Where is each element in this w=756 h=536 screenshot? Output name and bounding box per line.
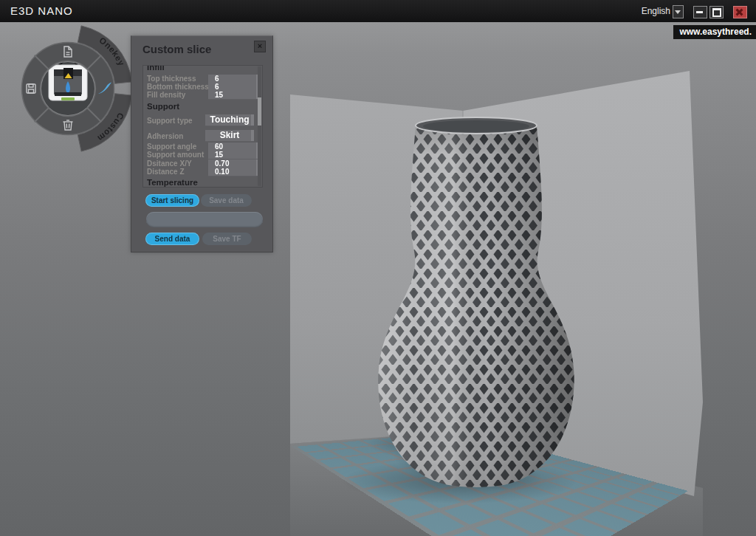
vase-rim — [416, 117, 537, 134]
custom-slice-panel: Custom slice × Infill Top thickness 6 Bo… — [131, 35, 273, 252]
setting-label: Support type — [147, 117, 193, 125]
scrollbar-track[interactable] — [258, 66, 261, 186]
minimize-button[interactable] — [693, 6, 707, 18]
section-header-temperature: Temperature — [147, 178, 198, 187]
panel-close-button[interactable]: × — [254, 41, 266, 52]
save-tf-button[interactable]: Save TF — [202, 233, 252, 245]
app-window: { "title_bar": { "app_title": "E3D NANO"… — [0, 0, 756, 536]
setting-label: Fill density — [147, 91, 185, 99]
section-header-infill: Infill — [147, 65, 165, 72]
setting-label: Top thickness — [147, 75, 196, 83]
setting-label: Distance Z — [147, 168, 185, 176]
settings-scroll-area: Infill Top thickness 6 Bottom thickness … — [142, 65, 263, 188]
language-label: English — [642, 6, 670, 16]
slicing-progress-bar — [146, 212, 263, 227]
setting-label: Adhersion — [147, 132, 183, 140]
maximize-icon — [712, 8, 721, 17]
section-header-support: Support — [147, 102, 179, 111]
setting-label: Support amount — [147, 151, 204, 159]
build-plate — [291, 430, 688, 536]
minimize-icon — [696, 11, 703, 13]
language-dropdown[interactable] — [673, 5, 684, 18]
fill-density-field[interactable]: 15 — [208, 91, 259, 100]
maximize-button[interactable] — [709, 6, 724, 18]
chevron-down-icon — [675, 10, 681, 14]
website-badge: www.easythreed. — [673, 25, 756, 39]
title-bar: E3D NANO English — [0, 0, 756, 22]
plate-shading — [291, 430, 688, 536]
adhersion-select[interactable]: Skirt — [205, 130, 254, 142]
send-data-button[interactable]: Send data — [145, 233, 199, 245]
start-slicing-button[interactable]: Start slicing — [145, 194, 199, 207]
wheel-menu: Onekey Custom — [1, 19, 139, 159]
app-title: E3D NANO — [10, 4, 73, 17]
support-amount-field[interactable]: 15 — [208, 151, 259, 159]
support-type-select[interactable]: Touching — [205, 114, 254, 126]
close-window-button[interactable] — [733, 6, 747, 18]
scrollbar-thumb[interactable] — [258, 97, 261, 126]
wall-left — [290, 95, 463, 444]
setting-label: Support angle — [147, 142, 196, 151]
panel-title: Custom slice — [142, 43, 211, 55]
setting-label: Dsitance X/Y — [147, 159, 192, 168]
setting-label: Bottom thickness — [147, 83, 209, 91]
wall-right — [463, 71, 703, 496]
save-data-button[interactable]: Save data — [201, 194, 252, 207]
distance-z-field[interactable]: 0.10 — [208, 168, 259, 176]
